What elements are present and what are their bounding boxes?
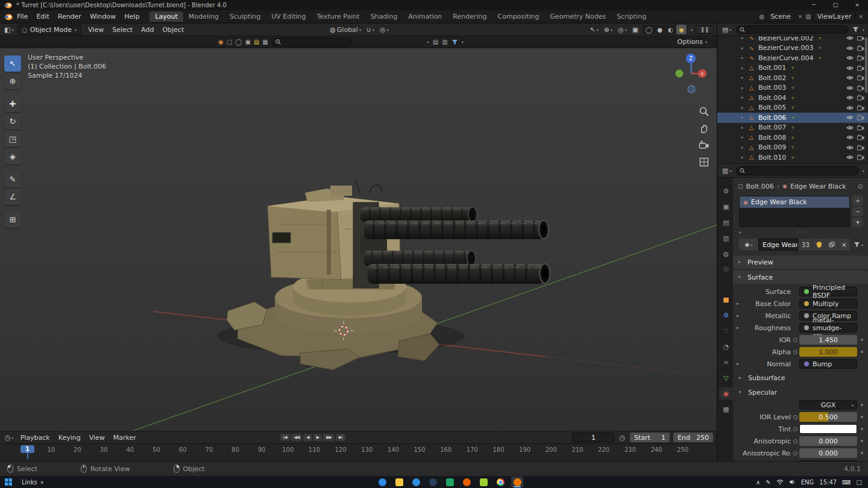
tool-cursor[interactable]: ⊕: [4, 73, 21, 89]
outliner-row[interactable]: ▸ △ Bolt.005 ▿: [717, 103, 868, 113]
properties-tab-tool[interactable]: ⚙: [719, 185, 733, 197]
disable-in-renders-icon[interactable]: [857, 36, 864, 41]
toolsetting-slot-box[interactable]: ▢: [227, 39, 232, 45]
workspace-tab[interactable]: Animation: [403, 11, 447, 22]
close-button[interactable]: ×: [846, 0, 868, 10]
filter-icon[interactable]: [451, 39, 458, 45]
properties-tab-render[interactable]: ▣: [719, 201, 733, 213]
list-resize-grip[interactable]: ▸ ∷∷: [733, 228, 868, 236]
workspace-tab[interactable]: Geometry Nodes: [544, 11, 611, 22]
timeline-menu-item[interactable]: Keying: [54, 433, 85, 443]
object-name[interactable]: Bolt.007: [758, 124, 786, 131]
timeline-menu-item[interactable]: View: [85, 433, 109, 443]
users-count-button[interactable]: 33: [798, 239, 813, 251]
hide-in-viewport-icon[interactable]: [846, 75, 854, 81]
menu-item[interactable]: Edit: [32, 11, 53, 22]
expand-icon[interactable]: ▸: [741, 46, 747, 51]
properties-options-icon[interactable]: ▾: [863, 169, 864, 173]
tool-annotate[interactable]: ✎: [4, 171, 21, 187]
mode-selector[interactable]: ◻ Object Mode ▾: [17, 25, 81, 35]
clipboard-icon[interactable]: ▤: [433, 39, 438, 45]
menu-item[interactable]: Help: [120, 11, 143, 22]
fake-user-button[interactable]: [813, 239, 825, 251]
camera-view-icon[interactable]: [699, 140, 709, 151]
ior-level-slider[interactable]: 0.500: [799, 412, 857, 422]
tint-color-field[interactable]: [799, 424, 857, 434]
decorator-dot[interactable]: [861, 416, 863, 418]
tool-measure[interactable]: ∠: [4, 189, 21, 205]
playback-jump-to-start[interactable]: |◀: [280, 434, 290, 441]
taskbar-app-app-green[interactable]: [477, 477, 489, 487]
outliner-options-icon[interactable]: ▾: [863, 28, 864, 32]
expand-icon[interactable]: ▸: [733, 361, 743, 366]
hide-in-viewport-icon[interactable]: [846, 85, 854, 91]
outliner-row[interactable]: ▸ ∿ BezierCurve.002 ▿: [717, 36, 868, 43]
disable-in-renders-icon[interactable]: [857, 75, 864, 81]
viewport[interactable]: User Perspective (1) Collection | Bolt.0…: [0, 48, 717, 431]
touch-keyboard-icon[interactable]: ⌨: [842, 479, 851, 486]
outliner-search-input[interactable]: [736, 25, 849, 34]
transform-orientation-selector[interactable]: ◍Global▾: [329, 26, 362, 34]
frame-end-field[interactable]: End250: [673, 433, 713, 442]
outliner-row[interactable]: ▸ △ Bolt.003 ▿: [717, 83, 868, 93]
shading-rendered[interactable]: ◉: [676, 25, 687, 34]
subpanel-specular[interactable]: ▾ Specular: [733, 386, 868, 399]
disable-in-renders-icon[interactable]: [857, 95, 864, 101]
xray-toggle[interactable]: ▣: [631, 26, 640, 34]
outliner-row[interactable]: ▸ △ Bolt.001 ▿: [717, 63, 868, 74]
slot-specials-button[interactable]: ▾: [852, 217, 863, 227]
hide-in-viewport-icon[interactable]: [846, 154, 854, 160]
start-button[interactable]: [0, 478, 17, 486]
viewlayer-selector[interactable]: ViewLayer: [813, 11, 856, 22]
object-name[interactable]: Bolt.003: [758, 84, 786, 92]
hidden-icons-chevron[interactable]: ∧: [756, 479, 760, 486]
tangent-dropdown[interactable]: Default ▾: [799, 460, 857, 461]
disable-in-renders-icon[interactable]: [857, 55, 864, 61]
hide-in-viewport-icon[interactable]: [846, 65, 854, 71]
language-indicator[interactable]: ENG: [801, 479, 814, 486]
properties-tab-output[interactable]: ▤: [719, 216, 733, 228]
hide-in-viewport-icon[interactable]: [846, 125, 854, 131]
hide-in-viewport-icon[interactable]: [846, 105, 854, 111]
decorator-dot[interactable]: [861, 351, 863, 353]
viewport-menu-item[interactable]: View: [84, 25, 108, 35]
workspace-tab[interactable]: Modeling: [183, 11, 224, 22]
surface-node-field[interactable]: Principled BSDF: [799, 287, 857, 296]
gizmos-dropdown[interactable]: ⊕▾: [603, 26, 614, 34]
workspace-tab[interactable]: UV Editing: [266, 11, 311, 22]
expand-icon[interactable]: ▸: [741, 155, 747, 160]
alpha-slider[interactable]: 1.000: [799, 347, 857, 357]
volume-icon[interactable]: [789, 479, 796, 485]
menu-item[interactable]: File: [13, 11, 32, 22]
object-name[interactable]: Bolt.010: [758, 154, 786, 161]
toolsetting-slot-sphere[interactable]: ◯: [235, 39, 242, 45]
tool-add-cube[interactable]: ⊞: [4, 211, 21, 228]
workspace-tab[interactable]: Scripting: [611, 11, 652, 22]
outliner-row[interactable]: ▸ △ Bolt.010 ▿: [717, 152, 868, 163]
playback-play[interactable]: ▶: [313, 434, 322, 441]
scene-unlink-icon[interactable]: ✕: [797, 14, 804, 20]
shading-material-preview[interactable]: ◐: [665, 25, 676, 34]
cluster-dropdown-icon[interactable]: ▾: [427, 40, 429, 44]
expand-icon[interactable]: ▸: [741, 86, 747, 90]
snapping-button[interactable]: ∪▾: [365, 26, 376, 34]
properties-editor-type-button[interactable]: ▥▾: [721, 167, 732, 175]
breadcrumb-material[interactable]: Edge Wear Black: [790, 183, 846, 190]
menu-item[interactable]: Window: [86, 11, 120, 22]
disable-in-renders-icon[interactable]: [857, 85, 864, 91]
outliner-editor-type-button[interactable]: ▤▾: [721, 26, 732, 34]
outliner-row[interactable]: ▸ △ Bolt.011 ▿: [717, 163, 868, 164]
toolsetting-slot-folder[interactable]: ▤: [254, 39, 259, 45]
toolsetting-slot-grid[interactable]: ▦: [262, 39, 268, 45]
expand-icon[interactable]: ▸: [741, 36, 747, 40]
pin-icon[interactable]: ⊙: [858, 183, 863, 190]
use-preview-range-icon[interactable]: ◷: [618, 434, 626, 442]
properties-tab-object[interactable]: ■: [719, 293, 733, 305]
notification-center-icon[interactable]: □: [857, 479, 862, 486]
normal-node-field[interactable]: Bump: [799, 359, 857, 369]
zoom-icon[interactable]: [699, 106, 709, 117]
viewport-menu-item[interactable]: Select: [108, 25, 137, 35]
timeline-menu-item[interactable]: Playback: [16, 433, 54, 443]
subpanel-subsurface[interactable]: ▸ Subsurface: [733, 371, 868, 384]
disable-in-renders-icon[interactable]: [857, 125, 864, 131]
